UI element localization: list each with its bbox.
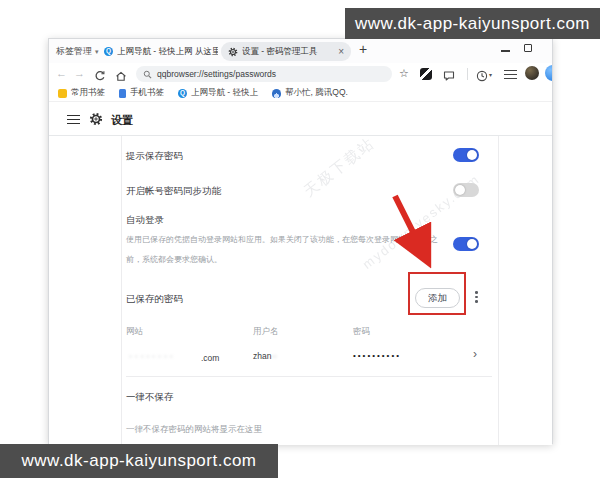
content-divider-left <box>121 136 122 445</box>
content-divider-right <box>498 136 499 445</box>
toggle-autologin[interactable] <box>453 237 479 251</box>
setting-label-autologin: 自动登录 <box>126 214 164 227</box>
highlight-rectangle <box>408 272 466 315</box>
column-header-username: 用户名 <box>253 326 279 338</box>
tab-settings[interactable]: 设置 - 密码管理工具 × <box>221 42 351 61</box>
qq-browser-icon: Q <box>178 89 187 98</box>
page-title: 设置 <box>111 113 133 128</box>
bookmark-item-qq-help[interactable]: 帮小忙, 腾讯QQ. <box>272 87 348 99</box>
saved-passwords-title: 已保存的密码 <box>126 293 183 306</box>
highlight-arrow <box>385 192 439 276</box>
bookmark-label: 常用书签 <box>71 87 105 99</box>
settings-content: 天极下载站 mydown.yesky.com 提示保存密码 开启帐号密码同步功能… <box>49 136 552 445</box>
bookmarks-bar: 常用书签 手机书签 Q 上网导航 - 轻快上 帮小忙, 腾讯QQ. <box>49 85 552 102</box>
toolbar-divider <box>467 68 468 80</box>
qq-browser-icon: Q <box>104 47 113 56</box>
bookmark-star-icon[interactable]: ☆ <box>399 67 409 80</box>
tab-title: 上网导航 - 轻快上网 从这里开始 <box>117 46 218 58</box>
watermark-top: www.dk-app-kaiyunsport.com <box>345 8 600 39</box>
toggle-prompt-save[interactable] <box>453 148 479 162</box>
gear-icon <box>89 112 103 126</box>
tab-manager-button[interactable]: 标签管理 ▾ <box>56 45 99 58</box>
bookmark-item-common[interactable]: 常用书签 <box>58 87 105 99</box>
chevron-right-icon[interactable]: › <box>473 347 477 361</box>
new-tab-button[interactable]: + <box>359 41 367 57</box>
search-icon <box>143 65 152 83</box>
browser-window: 标签管理 ▾ Q 上网导航 - 轻快上网 从这里开始 设置 - 密码管理工具 × <box>48 38 553 444</box>
setting-label-sync: 开启帐号密码同步功能 <box>126 185 221 198</box>
reload-icon[interactable] <box>94 68 106 80</box>
phone-bookmark-icon <box>119 89 126 98</box>
never-save-title: 一律不保存 <box>126 391 174 404</box>
tab-strip: 标签管理 ▾ Q 上网导航 - 轻快上网 从这里开始 设置 - 密码管理工具 × <box>49 39 552 63</box>
tab-home[interactable]: Q 上网导航 - 轻快上网 从这里开始 <box>104 43 218 60</box>
back-icon[interactable]: ← <box>56 67 67 79</box>
home-icon[interactable] <box>115 68 127 80</box>
row-divider <box>126 376 492 377</box>
minimize-button[interactable] <box>501 50 510 52</box>
avatar[interactable] <box>545 65 552 81</box>
tab-manager-label: 标签管理 <box>56 45 92 58</box>
more-options-icon[interactable] <box>473 289 480 305</box>
cell-website: ········.com <box>129 351 219 363</box>
tab-title: 设置 - 密码管理工具 <box>242 46 332 58</box>
bookmark-item-mobile[interactable]: 手机书签 <box>119 87 164 99</box>
column-header-password: 密码 <box>353 326 370 338</box>
cell-password: •••••••••• <box>353 351 401 360</box>
bookmark-label: 上网导航 - 轻快上 <box>191 87 258 99</box>
chevron-down-icon: ▾ <box>95 48 99 56</box>
toolbar: ← → qqbrowser:// <box>49 63 552 85</box>
settings-menu-icon[interactable] <box>67 115 80 124</box>
screenshot-stage: 标签管理 ▾ Q 上网导航 - 轻快上网 从这里开始 设置 - 密码管理工具 × <box>0 0 600 480</box>
url-text: qqbrowser://settings/passwords <box>157 69 276 79</box>
toggle-sync[interactable] <box>453 183 479 197</box>
setting-label-prompt-save: 提示保存密码 <box>126 150 183 163</box>
avatar[interactable] <box>525 66 539 80</box>
forward-icon[interactable]: → <box>74 67 85 79</box>
gear-icon <box>228 47 238 57</box>
bookmark-label: 帮小忙, 腾讯QQ. <box>285 87 348 99</box>
address-bar[interactable]: qqbrowser://settings/passwords <box>136 66 392 82</box>
folder-icon <box>58 89 67 98</box>
maximize-button[interactable] <box>524 44 532 52</box>
watermark-text: www.dk-app-kaiyunsport.com <box>355 14 590 34</box>
never-save-hint: 一律不保存密码的网站将显示在这里 <box>126 424 262 436</box>
chevron-down-icon: ▾ <box>489 71 492 78</box>
feedback-bubble-icon[interactable] <box>443 68 455 80</box>
settings-header: 设置 <box>49 102 552 136</box>
column-header-website: 网站 <box>126 326 143 338</box>
bookmark-label: 手机书签 <box>130 87 164 99</box>
penguin-icon <box>272 89 281 98</box>
close-icon[interactable]: × <box>338 46 344 57</box>
watermark-bottom: www.dk-app-kaiyunsport.com <box>0 444 278 478</box>
history-clock-icon[interactable] <box>476 68 488 80</box>
extension-icon[interactable] <box>420 68 432 80</box>
bookmark-item-nav[interactable]: Q 上网导航 - 轻快上 <box>178 87 258 99</box>
menu-icon[interactable] <box>504 70 517 79</box>
watermark-text: www.dk-app-kaiyunsport.com <box>21 451 256 471</box>
cell-username: zhan·· <box>253 351 277 361</box>
diagonal-watermark: 天极下载站 <box>300 136 379 201</box>
